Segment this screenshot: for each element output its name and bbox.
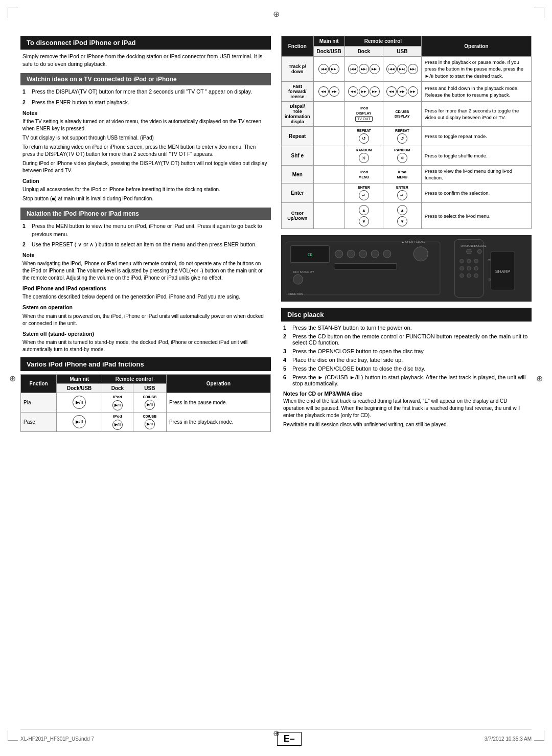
shuffle-usb-label: RANDOM [394,148,410,152]
svg-point-25 [460,274,464,278]
svg-point-16 [467,249,471,254]
fast-usb-btn2: ▶▶ [397,86,407,97]
th-operation-left: Operation [166,374,270,393]
svg-point-20 [467,260,471,264]
td-menu-dock: iPod MENU [344,165,383,184]
td-shuffle-usb: RANDOM ⤭ [383,146,421,165]
note-nav: When navigating the iPod, iPhone or iPad… [22,260,269,282]
fn-display: Dispal/Toleinformationdispla [282,101,314,126]
footer-right: 3/7/2012 10:35:3 AM [485,736,532,742]
display-usb-label2: DISPLAY [395,114,410,118]
ipod-ops-label: iPod iPhone and iPad operations [22,285,269,292]
svg-point-27 [474,274,478,278]
td-shuffle-dock: RANDOM ⤭ [344,146,383,165]
th-usb-left: USB [133,383,166,393]
td-menu-main [313,165,344,184]
disc-step-num-6: 6 [283,374,289,386]
nai-step-text-2: Use the PRESET ( ∨ or ∧ ) button to sele… [32,241,257,248]
table-row-menu: Men iPod MENU iPod MENU [282,165,532,184]
th-fnction-right: Fnction [282,36,314,57]
disc-step-text-4: Place the disc on the disc tray, label s… [292,357,403,363]
sys-on-label: Sstem on operation [22,304,269,311]
svg-point-21 [474,260,478,264]
td-pase-dock-usb: ▶/II [57,412,102,431]
td-enter-op: Press to confirm the selection. [421,184,531,203]
table-row-fast: Fastforward/reerse ◀◀ ▶▶ ◀◀ ▶▶ ▶▶ [282,81,532,101]
note-label-nav: Note [22,251,269,259]
disc-step-6: 6 Press the ► (CD/USB ►/II ) button to s… [283,374,530,386]
cursor-dock-up: ▲ [359,205,369,215]
td-enter-usb: ENTER ↵ [383,184,421,203]
td-menu-op: Press to view the iPod menu during iPod … [421,165,531,184]
pase-dock-btn: ▶/II [112,420,123,430]
svg-text:FUNCTION: FUNCTION [288,292,303,295]
caution-label: Cation [22,177,269,185]
right-column: Fnction Main nit Remote control Operatio… [281,36,532,432]
disc-step-3: 3 Press the OPEN/CLOSE button to open th… [283,348,530,354]
sys-on-text: When the main unit is powered on, the iP… [22,313,269,327]
track-usb-btn1: |◀◀ [386,64,397,74]
td-track-op: Press in the playback or pause mode. If … [421,57,531,82]
step-text-2: Press the ENER button to start playback. [32,99,129,106]
td-pla-dock-usb: ▶/II [57,393,102,412]
pase-dock-label: iPod [113,414,122,419]
th-dock-usb-right: Dock/USB [313,47,344,57]
svg-point-5 [359,250,367,258]
th-usb-right: USB [383,47,421,57]
svg-point-7 [383,250,391,258]
svg-text:CD: CD [308,253,313,258]
caution-2: Stop button (■) at main unit is invalid … [22,195,269,202]
naiation-step-1: 1 Press the MEN button to view the menu … [22,222,269,238]
disc-step-2: 2 Press the CD button on the remote cont… [283,333,530,346]
disc-step-4: 4 Place the disc on the disc tray, label… [283,357,530,363]
fast-usb-btn1: ◀◀ [386,86,397,97]
track-dock-btn3: ▶▶| [370,64,380,74]
device-svg: CD ON / STAND-BY ▲ OPEN / CLOSE [281,235,532,302]
disc-step-text-2: Press the CD button on the remote contro… [292,333,530,346]
track-main-btn1: |◀◀ [318,64,329,74]
disc-step-1: 1 Press the STAN-BY button to turn the p… [283,325,530,331]
naiation-step-2: 2 Use the PRESET ( ∨ or ∧ ) button to se… [22,241,269,248]
td-fast-main: ◀◀ ▶▶ [313,81,344,101]
display-usb-label: CD/USB [395,110,409,113]
td-cursor-dock: ▲ ▼ [344,203,383,229]
corner-mark-tr [534,8,544,18]
disconnect-header: To disconnect iPod iPhone or iPad [20,36,271,50]
td-pla-usb: CD/USB ▶/II [133,393,166,412]
svg-point-3 [335,250,343,258]
td-pla-dock: iPod ▶/II [102,393,133,412]
track-dock-btn1: |◀◀ [348,64,358,74]
naiation-body: 1 Press the MEN button to view the menu … [20,222,271,353]
fn-enter: Enter [282,184,314,203]
svg-text:ON / STAND-BY: ON / STAND-BY [293,271,315,274]
td-track-usb: |◀◀ ▶▶| ▶▶| [383,57,421,82]
repeat-dock-label: REPEAT [357,129,371,132]
nai-step-num-2: 2 [22,241,29,248]
td-fast-dock: ◀◀ ▶▶ ▶▶ [344,81,383,101]
watchin-header: Watchin ideos on a TV connected to iPod … [20,73,271,85]
varios-header: Varios iPod iPhone and iPad fnctions [20,357,271,371]
note-3: To return to watching video on iPod or i… [22,144,269,158]
pase-usb-label: CD/USB [143,415,156,418]
th-remote-left: Remote control [102,374,166,383]
table-row-display: Dispal/Toleinformationdispla iPod DISPLA… [282,101,532,126]
table-row-shuffle: Shf e RANDOM ⤭ RANDOM ⤭ [282,146,532,165]
td-display-dock: iPod DISPLAY TV OUT [344,101,383,126]
table-row-repeat: Repeat REPEAT ↺ REPEAT ↺ [282,126,532,146]
fn-pase: Pase [21,412,57,431]
enter-dock-btn: ↵ [359,190,369,200]
fn-repeat: Repeat [282,126,314,146]
svg-point-24 [474,267,478,271]
display-dock-label2: DISPLAY [356,111,372,115]
nai-step-num-1: 1 [22,222,29,238]
footer-center: E– [277,732,302,746]
functions-table-left: Fnction Main nit Remote control Operatio… [20,374,271,432]
watchin-step-2: 2 Press the ENER button to start playbac… [22,99,269,106]
td-menu-usb: iPod MENU [383,165,421,184]
td-display-op: Press for more than 2 seconds to toggle … [421,101,531,126]
td-pase-op: Press in the playback mode. [166,412,270,431]
enter-dock-label: ENTER [358,186,370,189]
disc-step-5: 5 Press the OPEN/CLOSE button to close t… [283,365,530,372]
ipod-ops-text: The operations described below depend on… [22,293,269,301]
pase-main-btn: ▶/II [73,415,86,428]
